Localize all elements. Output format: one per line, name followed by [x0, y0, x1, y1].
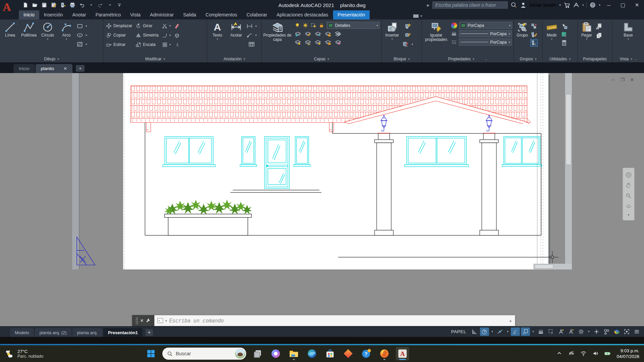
- taskbar-app-file-explorer[interactable]: [287, 347, 301, 360]
- layer-prev-icon[interactable]: [305, 39, 311, 46]
- arc-button[interactable]: Arco ▾: [58, 21, 75, 41]
- redo-button[interactable]: [97, 1, 105, 9]
- layer-freeze-icon[interactable]: [315, 31, 321, 37]
- status-annotation-visibility-icon[interactable]: [556, 327, 566, 336]
- signin-label[interactable]: Iniciar sesión: [529, 2, 557, 8]
- qat-customize-button[interactable]: [115, 1, 123, 9]
- clip-icon[interactable]: [174, 42, 180, 48]
- trim-icon[interactable]: [162, 23, 168, 29]
- command-close-icon[interactable]: ✕: [140, 318, 144, 323]
- status-annotation-autoscale-icon[interactable]: [567, 327, 576, 336]
- customize-wrench-icon[interactable]: [146, 318, 151, 323]
- quick-calc-icon[interactable]: [561, 40, 568, 46]
- window-close-button[interactable]: ✕: [631, 1, 643, 9]
- ribbon-tab-inicio[interactable]: Inicio: [19, 10, 39, 19]
- nav-wheel-icon[interactable]: [625, 172, 632, 178]
- save-web-mobile-button[interactable]: [59, 1, 67, 9]
- ribbon-tab-aplicaciones-destacadas[interactable]: Aplicaciones destacadas: [272, 10, 333, 19]
- status-graphics-performance-icon[interactable]: [612, 327, 621, 336]
- layer-thaw2-icon[interactable]: [315, 39, 321, 46]
- status-clean-screen-icon[interactable]: [622, 327, 631, 336]
- tray-wifi-icon[interactable]: [580, 350, 587, 357]
- tray-volume-icon[interactable]: [592, 350, 599, 357]
- leader-icon[interactable]: [246, 32, 253, 39]
- layer-off-bulb-icon[interactable]: [294, 22, 300, 28]
- navigation-bar[interactable]: ▾: [623, 168, 635, 221]
- ribbon-tab-administrar[interactable]: Administrar: [145, 10, 178, 19]
- block-create-icon[interactable]: [405, 23, 411, 29]
- panel-label-propiedades[interactable]: Propiedades▾⌄: [422, 55, 514, 62]
- ribbon-tab-presentaci-n[interactable]: Presentación: [333, 10, 370, 19]
- copy-button[interactable]: Copiar: [106, 32, 132, 39]
- taskbar-app-firefox[interactable]: [378, 347, 391, 360]
- start-button[interactable]: [144, 347, 158, 360]
- mirror-button[interactable]: Simetría: [136, 32, 159, 39]
- panel-label-vista[interactable]: Vista▾⌄: [612, 55, 644, 62]
- status-dynamic-ucs-icon[interactable]: [521, 327, 530, 336]
- layout-tab-planta-arq-[interactable]: planta arq.: [72, 328, 102, 337]
- fillet-icon[interactable]: [162, 33, 168, 38]
- circle-button[interactable]: Círculo ▾: [39, 21, 56, 41]
- ribbon-tab-anotar[interactable]: Anotar: [68, 10, 91, 19]
- search-icon[interactable]: [511, 2, 517, 8]
- window-minimize-button[interactable]: ─: [603, 1, 614, 9]
- taskbar-app-task-view[interactable]: [251, 347, 264, 360]
- taskbar-app-edge[interactable]: [305, 347, 319, 360]
- autodesk-app-icon[interactable]: [573, 2, 580, 8]
- status-annotation-gear-icon[interactable]: [577, 327, 586, 336]
- layer-lock2-icon[interactable]: [325, 31, 331, 37]
- ribbon-tab-salida[interactable]: Salida: [178, 10, 201, 19]
- rotate-button[interactable]: Girar: [136, 22, 159, 29]
- file-tab-close-icon[interactable]: ✕: [63, 66, 67, 71]
- nav-pan-icon[interactable]: [625, 182, 632, 189]
- taskbar-app-autodesk-access[interactable]: [341, 347, 355, 360]
- layer-delete-icon[interactable]: [335, 39, 341, 46]
- taskbar-clock[interactable]: 9:03 p.m. 04/07/2026: [616, 348, 639, 359]
- polyline-button[interactable]: Polilínea: [20, 21, 38, 38]
- nav-zoom-icon[interactable]: [625, 192, 632, 199]
- file-tab-inicio[interactable]: Inicio: [13, 64, 35, 73]
- window-maximize-button[interactable]: ▢: [617, 1, 629, 9]
- ribbon-tab-complementos[interactable]: Complementos: [201, 10, 242, 19]
- layer-edit-icon[interactable]: [305, 31, 311, 37]
- move-button[interactable]: Desplazar: [106, 22, 132, 29]
- insert-block-button[interactable]: Insertar ▾: [383, 21, 401, 41]
- status-caret-icon[interactable]: ▾: [587, 327, 591, 336]
- hatch-tool-icon[interactable]: [76, 41, 83, 48]
- layout-tab-presentaci-n1[interactable]: Presentación1: [103, 328, 143, 337]
- status-caret-icon[interactable]: ▾: [505, 327, 510, 336]
- panel-label-anotacion[interactable]: Anotación▾: [207, 55, 261, 62]
- stretch-button[interactable]: Estirar: [106, 41, 132, 48]
- status-object-snap-shapes-icon[interactable]: [602, 327, 611, 336]
- ungroup-icon[interactable]: [531, 23, 537, 29]
- help-caret-icon[interactable]: ▾: [599, 3, 600, 7]
- panel-label-bloque[interactable]: Bloque▾: [382, 55, 422, 62]
- status-caret-icon[interactable]: ▾: [490, 327, 494, 336]
- layer-properties-button[interactable]: Propiedades de capa: [263, 21, 292, 42]
- taskbar-app-microsoft-store[interactable]: [323, 347, 337, 360]
- taskbar-app-quick-assist[interactable]: ?: [360, 347, 373, 360]
- layout-tab-planta-arq-2-[interactable]: planta arq. (2): [35, 328, 71, 337]
- rectangle-tool-icon[interactable]: [76, 23, 83, 29]
- ribbon-tab-inserci-n[interactable]: Inserción: [39, 10, 68, 19]
- drawing-close-icon[interactable]: ✕: [629, 77, 635, 82]
- status-dynamic-input-icon[interactable]: [511, 327, 520, 336]
- array-icon[interactable]: [162, 42, 168, 48]
- horizontal-scrollbar-thumb[interactable]: [535, 265, 553, 268]
- status-workspace-plus-icon[interactable]: [592, 327, 601, 336]
- tray-battery-icon[interactable]: [604, 350, 611, 357]
- block-edit-icon[interactable]: [405, 32, 411, 39]
- layer-freeze-vp-icon[interactable]: [311, 22, 316, 28]
- color-wheel-icon[interactable]: [451, 22, 457, 28]
- select-window-icon[interactable]: [561, 31, 568, 38]
- drawing-minimize-icon[interactable]: ─: [610, 77, 616, 82]
- measure-button[interactable]: Medir ▾: [544, 21, 559, 41]
- new-drawing-tab-button[interactable]: +: [76, 65, 85, 72]
- drawing-viewport[interactable]: [0, 73, 644, 326]
- text-button[interactable]: A Texto ▾: [209, 21, 226, 41]
- panel-label-utilidades[interactable]: Utilidades▾: [543, 55, 577, 62]
- group-button[interactable]: Grupo: [515, 21, 529, 38]
- command-input[interactable]: >_ ▾ Escriba un comando ▲: [154, 315, 515, 326]
- save-button[interactable]: [40, 1, 48, 9]
- autodesk-caret-icon[interactable]: ▾: [582, 3, 584, 7]
